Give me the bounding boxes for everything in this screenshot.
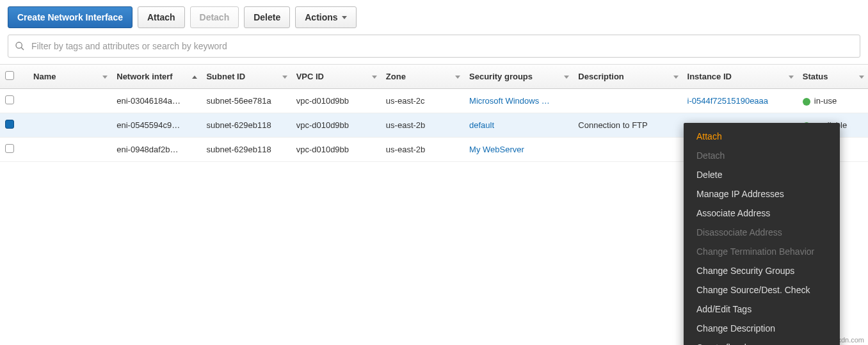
search-input[interactable] [30, 40, 853, 52]
table-header-row: Name Network interf Subnet ID VPC ID Zon… [0, 65, 868, 89]
row-checkbox[interactable] [5, 144, 14, 153]
cell-name [28, 138, 111, 162]
cell-zone: us-east-2c [381, 89, 464, 113]
sort-icon [455, 76, 460, 79]
status-dot-icon [803, 98, 810, 106]
cell-security-groups-link[interactable]: default [469, 120, 494, 130]
cell-zone: us-east-2b [381, 138, 464, 162]
col-select-all[interactable] [0, 65, 28, 89]
toolbar: Create Network Interface Attach Detach D… [0, 0, 868, 35]
col-security-groups[interactable]: Security groups [464, 65, 573, 89]
actions-dropdown-button[interactable]: Actions [295, 6, 356, 28]
row-checkbox[interactable] [5, 120, 14, 129]
select-all-checkbox[interactable] [5, 71, 14, 80]
search-icon [15, 41, 25, 51]
cell-security-groups[interactable]: default [464, 113, 573, 138]
cell-vpc-id: vpc-d010d9bb [291, 89, 381, 113]
sort-icon [673, 76, 679, 79]
cell-description [573, 89, 682, 113]
sort-icon [282, 76, 287, 79]
cell-status: in-use [798, 89, 868, 113]
cell-subnet-id: subnet-629eb118 [201, 113, 291, 138]
menu-item-detach: Detach [684, 146, 840, 162]
sort-icon [102, 76, 108, 79]
cell-instance-id-link[interactable]: i-0544f72515190eaaa [687, 96, 769, 106]
col-name[interactable]: Name [28, 65, 111, 89]
actions-label: Actions [305, 12, 337, 22]
svg-point-0 [16, 42, 22, 48]
actions-context-menu[interactable]: AttachDetachDeleteManage IP AddressesAss… [684, 123, 840, 162]
cell-network-interface: eni-0948daf2b… [111, 138, 201, 162]
table-row[interactable]: eni-03046184a…subnet-56ee781avpc-d010d9b… [0, 89, 868, 113]
chevron-down-icon [342, 16, 347, 19]
detach-button[interactable]: Detach [190, 6, 239, 28]
col-status[interactable]: Status [798, 65, 868, 89]
col-vpc-id[interactable]: VPC ID [291, 65, 381, 89]
cell-vpc-id: vpc-d010d9bb [291, 138, 381, 162]
col-network-interface[interactable]: Network interf [111, 65, 201, 89]
sort-icon [789, 76, 794, 79]
col-zone[interactable]: Zone [381, 65, 464, 89]
cell-zone: us-east-2b [381, 113, 464, 138]
sort-icon [564, 76, 569, 79]
cell-name [28, 113, 111, 138]
cell-security-groups[interactable]: Microsoft Windows … [464, 89, 573, 113]
cell-name [28, 89, 111, 113]
col-instance-id[interactable]: Instance ID [682, 65, 798, 89]
cell-description [573, 138, 682, 162]
cell-security-groups[interactable]: My WebServer [464, 138, 573, 162]
cell-description: Connection to FTP [573, 113, 682, 138]
cell-subnet-id: subnet-629eb118 [201, 138, 291, 162]
sort-asc-icon [192, 76, 197, 79]
svg-line-1 [21, 47, 24, 50]
col-description[interactable]: Description [573, 65, 682, 89]
sort-icon [859, 76, 864, 79]
col-subnet-id[interactable]: Subnet ID [201, 65, 291, 89]
cell-subnet-id: subnet-56ee781a [201, 89, 291, 113]
create-network-interface-button[interactable]: Create Network Interface [8, 6, 133, 28]
status-text: in-use [814, 96, 837, 106]
cell-security-groups-link[interactable]: Microsoft Windows … [469, 96, 550, 106]
sort-icon [372, 76, 377, 79]
cell-vpc-id: vpc-d010d9bb [291, 113, 381, 138]
delete-button[interactable]: Delete [244, 6, 290, 28]
cell-network-interface: eni-0545594c9… [111, 113, 201, 138]
search-box[interactable] [8, 35, 860, 58]
cell-security-groups-link[interactable]: My WebServer [469, 145, 524, 154]
search-wrap [0, 35, 868, 64]
cell-instance-id[interactable]: i-0544f72515190eaaa [682, 89, 798, 113]
menu-item-attach[interactable]: Attach [684, 127, 840, 146]
row-checkbox[interactable] [5, 95, 14, 104]
cell-network-interface: eni-03046184a… [111, 89, 201, 113]
attach-button[interactable]: Attach [138, 6, 185, 28]
